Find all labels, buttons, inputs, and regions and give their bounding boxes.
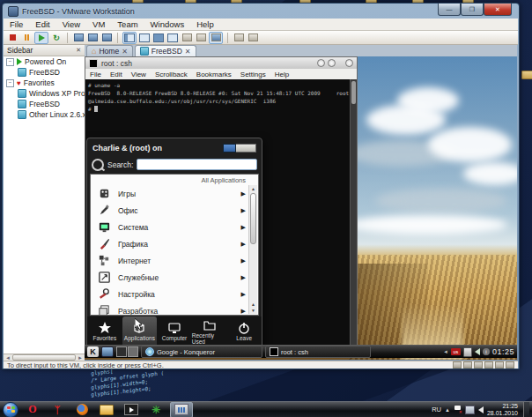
sidebar-item-freebsd-fav[interactable]: FreeBSD: [4, 99, 85, 109]
show-desktop-button[interactable]: [523, 402, 529, 417]
menu-windows[interactable]: Windows: [144, 19, 191, 29]
taskbar-app-red[interactable]: ᛉ: [47, 403, 68, 417]
volume-icon[interactable]: [475, 348, 480, 355]
power-on-button[interactable]: [34, 32, 48, 44]
appliance-view-button[interactable]: [166, 33, 179, 43]
taskbar-media-player[interactable]: [121, 403, 142, 417]
konsole-menu-scrollback[interactable]: Scrollback: [151, 71, 192, 78]
action-center-flag-icon[interactable]: [454, 406, 462, 413]
tab-close-icon[interactable]: ✕: [185, 48, 191, 56]
scroll-left-icon[interactable]: ◄: [5, 355, 11, 361]
menu-view[interactable]: View: [56, 19, 86, 29]
menu-help[interactable]: Help: [190, 19, 220, 29]
tab-freebsd[interactable]: FreeBSD ✕: [135, 45, 196, 56]
sidebar-horizontal-scrollbar[interactable]: ◄ ►: [4, 354, 85, 361]
kickoff-tab-favorites[interactable]: Favorites: [87, 316, 122, 346]
taskbar-app-green[interactable]: ✳: [145, 403, 166, 417]
revert-snapshot-button[interactable]: [86, 33, 99, 43]
kickoff-tab-recently-used[interactable]: Recently Used: [192, 316, 227, 346]
power-off-button[interactable]: [6, 33, 18, 43]
konsole-menu-help[interactable]: Help: [270, 71, 293, 78]
task-konqueror[interactable]: Google - Konqueror: [141, 346, 262, 358]
vmware-titlebar[interactable]: FreeBSD - VMware Workstation: [8, 5, 135, 18]
minimize-button[interactable]: —: [438, 4, 461, 16]
task-konsole[interactable]: root : csh: [265, 346, 371, 358]
menu-item-system[interactable]: Система ▶: [91, 219, 258, 235]
scrollbar-thumb[interactable]: [250, 193, 256, 244]
klipper-icon[interactable]: [463, 347, 472, 357]
console-view-button[interactable]: [152, 33, 165, 43]
konsole-close-button[interactable]: [345, 59, 353, 67]
hidden-icons-arrow[interactable]: ▲: [445, 407, 450, 413]
konsole-minimize-button[interactable]: [317, 59, 325, 67]
menu-item-games[interactable]: Игры ▶: [91, 185, 258, 202]
konsole-scrollbar[interactable]: [350, 79, 357, 345]
tab-close-icon[interactable]: ✕: [122, 48, 128, 56]
scrollbar-thumb[interactable]: [12, 354, 76, 361]
usb-icon[interactable]: [495, 361, 504, 369]
sidebar-group-favorites[interactable]: − ♥ Favorites: [4, 78, 85, 88]
sidebar-item-other-linux[interactable]: Other Linux 2.6.x kernel: [4, 109, 85, 120]
tab-home[interactable]: ⌂ Home ✕: [86, 45, 133, 56]
guest-display[interactable]: root : csh File Edit View Scrollback Boo…: [85, 56, 517, 360]
menu-file[interactable]: File: [4, 19, 29, 29]
scrollbar-thumb[interactable]: [351, 81, 356, 104]
kickoff-tab-computer[interactable]: Computer: [157, 316, 192, 346]
konsole-menu-edit[interactable]: Edit: [106, 71, 127, 78]
kde-menu-button[interactable]: K: [87, 346, 99, 357]
network-icon[interactable]: [465, 406, 475, 414]
menu-item-graphics[interactable]: Графика ▶: [91, 235, 258, 252]
maximize-button[interactable]: ❐: [461, 4, 484, 16]
take-snapshot-button[interactable]: [72, 33, 85, 43]
capture-screen-button[interactable]: [233, 33, 245, 43]
language-indicator[interactable]: RU: [432, 406, 441, 413]
menu-vm[interactable]: VM: [86, 19, 111, 29]
konsole-menu-bookmarks[interactable]: Bookmarks: [192, 71, 236, 78]
menu-item-office[interactable]: Офис ▶: [91, 202, 258, 219]
reset-button[interactable]: ↻: [50, 33, 63, 43]
hdd-icon[interactable]: [453, 361, 462, 369]
keyboard-layout-indicator[interactable]: us: [451, 348, 461, 355]
taskbar-vmware[interactable]: [170, 402, 193, 417]
close-button[interactable]: ✕: [484, 4, 512, 16]
konsole-menu-view[interactable]: View: [127, 71, 151, 78]
konsole-menu-settings[interactable]: Settings: [236, 71, 270, 78]
taskbar-firefox[interactable]: [71, 403, 92, 417]
konsole-titlebar[interactable]: root : csh: [85, 57, 357, 69]
quick-switch-button[interactable]: [181, 33, 193, 43]
info-icon[interactable]: i: [483, 348, 490, 355]
menu-item-development[interactable]: Разработка ▶: [91, 302, 258, 316]
capture-movie-button[interactable]: [247, 33, 259, 43]
sidebar-group-powered-on[interactable]: − Powered On: [4, 56, 85, 67]
menu-item-internet[interactable]: Интернет ▶: [91, 252, 258, 269]
desktop-pager[interactable]: [116, 346, 138, 357]
kickoff-scrollbar[interactable]: ▲ ▲ ▼: [248, 185, 257, 314]
scroll-up-icon[interactable]: ▲: [249, 186, 257, 191]
collapse-icon[interactable]: −: [6, 58, 14, 66]
kde-clock[interactable]: 01:25: [492, 347, 514, 356]
sidebar-close-icon[interactable]: ✕: [76, 47, 81, 54]
menu-item-utilities[interactable]: Служебные ▶: [91, 269, 258, 286]
show-sidebar-button[interactable]: [122, 32, 137, 44]
konsole-maximize-button[interactable]: [328, 59, 336, 67]
device-notifier-icon[interactable]: [101, 346, 114, 357]
suspend-button[interactable]: [20, 33, 33, 43]
konsole-menu-file[interactable]: File: [85, 71, 106, 78]
scroll-up-icon2[interactable]: ▲: [249, 302, 257, 307]
taskbar-explorer[interactable]: [96, 403, 117, 417]
desktop-folder-icon[interactable]: [521, 71, 532, 79]
unity-button[interactable]: [209, 32, 223, 44]
search-input[interactable]: [137, 159, 257, 170]
menu-item-settings[interactable]: Настройка ▶: [91, 286, 258, 302]
scroll-right-icon[interactable]: ►: [78, 355, 83, 361]
sidebar-item-freebsd[interactable]: FreeBSD: [4, 67, 85, 78]
speaker-icon[interactable]: [478, 406, 484, 413]
taskbar-clock[interactable]: 21:25 28.01.2010: [487, 403, 520, 417]
kickoff-tab-leave[interactable]: Leave: [226, 316, 262, 346]
cdrom-icon[interactable]: [463, 361, 472, 369]
scroll-down-icon[interactable]: ▼: [249, 308, 257, 313]
snapshot-manager-button[interactable]: [100, 33, 113, 43]
sound-icon[interactable]: [506, 361, 514, 369]
taskbar-opera[interactable]: O: [22, 403, 43, 417]
menu-edit[interactable]: Edit: [29, 19, 55, 29]
